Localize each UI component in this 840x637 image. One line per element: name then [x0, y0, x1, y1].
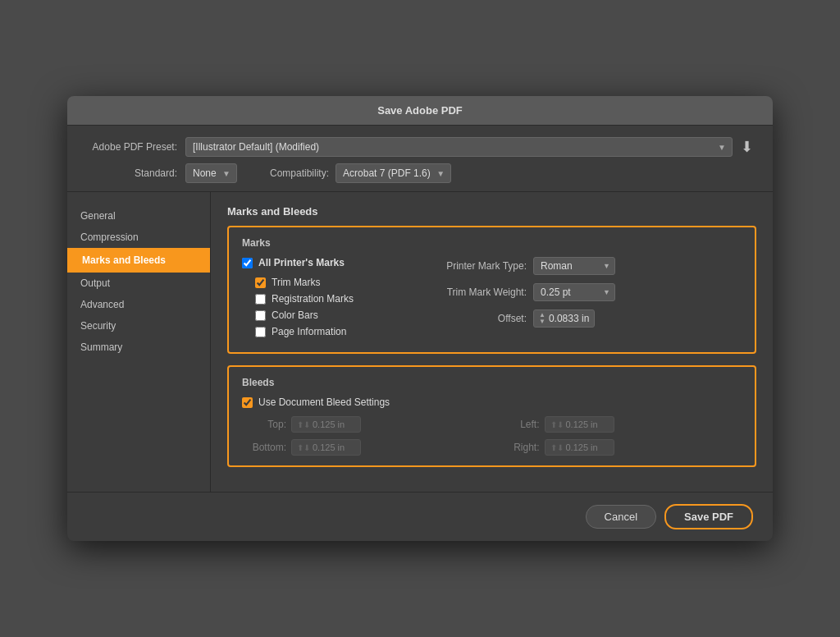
printer-mark-type-label: Printer Mark Type: — [422, 260, 533, 272]
standard-group: Standard: None ▼ — [87, 163, 237, 183]
top-section: Adobe PDF Preset: [Illustrator Default] … — [67, 126, 773, 192]
standard-label: Standard: — [87, 167, 185, 179]
bottom-bar: Cancel Save PDF — [67, 492, 773, 541]
marks-section: Marks All Printer's Marks Trim Marks — [227, 226, 756, 354]
main-body: General Compression Marks and Bleeds Out… — [67, 192, 773, 492]
sidebar-item-general[interactable]: General — [67, 205, 210, 227]
registration-marks-row: Registration Marks — [242, 293, 406, 305]
right-bleed-input[interactable]: ⬆⬇ 0.125 in — [545, 439, 614, 456]
trim-mark-weight-row: Trim Mark Weight: 0.25 pt ▼ — [422, 283, 742, 301]
registration-marks-label: Registration Marks — [272, 293, 354, 305]
left-bleed-row: Left: ⬆⬇ 0.125 in — [495, 416, 742, 433]
printer-mark-type-select[interactable]: Roman — [533, 257, 615, 275]
preset-select-wrapper: [Illustrator Default] (Modified) ▼ — [185, 137, 733, 157]
content-area: Marks and Bleeds Marks All Printer's Mar… — [211, 192, 773, 492]
compatibility-label: Compatibility: — [270, 167, 336, 179]
trim-mark-weight-select[interactable]: 0.25 pt — [533, 283, 615, 301]
use-document-bleed-row: Use Document Bleed Settings — [242, 396, 742, 408]
top-bleed-row: Top: ⬆⬇ 0.125 in — [242, 416, 489, 433]
trim-marks-row: Trim Marks — [242, 277, 406, 288]
trim-marks-checkbox[interactable] — [255, 277, 266, 288]
trim-mark-weight-label: Trim Mark Weight: — [422, 286, 533, 298]
dialog-title: Save Adobe PDF — [67, 96, 773, 126]
marks-right: Printer Mark Type: Roman ▼ Trim Mark Wei… — [422, 257, 742, 342]
standard-select[interactable]: None — [185, 163, 237, 183]
offset-label: Offset: — [422, 313, 533, 324]
cancel-button[interactable]: Cancel — [586, 505, 656, 529]
top-bleed-input[interactable]: ⬆⬇ 0.125 in — [291, 416, 361, 433]
bottom-bleed-input[interactable]: ⬆⬇ 0.125 in — [291, 439, 361, 456]
bleed-fields: Top: ⬆⬇ 0.125 in Left: ⬆⬇ 0.125 in — [242, 416, 742, 456]
sidebar-item-advanced[interactable]: Advanced — [67, 294, 210, 315]
sidebar-item-output[interactable]: Output — [67, 273, 210, 294]
page-information-row: Page Information — [242, 326, 406, 337]
trim-mark-weight-select-wrapper: 0.25 pt ▼ — [533, 283, 615, 301]
offset-input-wrapper: ▲ ▼ 0.0833 in — [533, 309, 595, 328]
printer-mark-type-row: Printer Mark Type: Roman ▼ — [422, 257, 742, 275]
sidebar-item-summary[interactable]: Summary — [67, 337, 210, 358]
offset-spinner-arrows[interactable]: ▲ ▼ — [539, 312, 546, 325]
page-information-label: Page Information — [272, 326, 346, 337]
right-bleed-label: Right: — [495, 442, 545, 453]
sidebar-item-compression[interactable]: Compression — [67, 227, 210, 248]
left-bleed-input[interactable]: ⬆⬇ 0.125 in — [545, 416, 614, 433]
save-pdf-button[interactable]: Save PDF — [664, 504, 753, 529]
top-bleed-label: Top: — [242, 419, 291, 430]
marks-header: Marks — [242, 237, 742, 249]
use-document-bleed-label: Use Document Bleed Settings — [258, 396, 390, 408]
all-printer-marks-checkbox[interactable] — [242, 258, 253, 268]
offset-value[interactable]: 0.0833 in — [549, 313, 589, 324]
use-document-bleed-checkbox[interactable] — [242, 397, 253, 408]
all-printer-marks-row: All Printer's Marks — [242, 257, 406, 268]
left-bleed-label: Left: — [495, 419, 545, 430]
compatibility-group: Compatibility: Acrobat 7 (PDF 1.6) ▼ — [270, 163, 451, 183]
color-bars-label: Color Bars — [272, 309, 318, 321]
color-bars-checkbox[interactable] — [255, 310, 266, 321]
page-information-checkbox[interactable] — [255, 327, 266, 337]
preset-label: Adobe PDF Preset: — [87, 141, 185, 153]
right-bleed-row: Right: ⬆⬇ 0.125 in — [495, 439, 742, 456]
compatibility-select[interactable]: Acrobat 7 (PDF 1.6) — [336, 163, 451, 183]
save-pdf-dialog: Save Adobe PDF Adobe PDF Preset: [Illust… — [67, 96, 773, 541]
sidebar-item-security[interactable]: Security — [67, 315, 210, 337]
marks-left: All Printer's Marks Trim Marks Registrat… — [242, 257, 406, 342]
sidebar: General Compression Marks and Bleeds Out… — [67, 192, 211, 492]
registration-marks-checkbox[interactable] — [255, 294, 266, 305]
all-printer-marks-label: All Printer's Marks — [258, 257, 345, 268]
offset-row: Offset: ▲ ▼ 0.0833 in — [422, 309, 742, 328]
compatibility-select-wrapper: Acrobat 7 (PDF 1.6) ▼ — [336, 163, 451, 183]
standard-select-wrapper: None ▼ — [185, 163, 237, 183]
save-preset-icon[interactable]: ⬇ — [741, 138, 753, 156]
sidebar-item-marks-and-bleeds[interactable]: Marks and Bleeds — [67, 248, 210, 273]
bleeds-section: Bleeds Use Document Bleed Settings Top: … — [227, 365, 756, 467]
bottom-bleed-row: Bottom: ⬆⬇ 0.125 in — [242, 439, 489, 456]
bleeds-header: Bleeds — [242, 377, 742, 388]
marks-layout: All Printer's Marks Trim Marks Registrat… — [242, 257, 742, 342]
color-bars-row: Color Bars — [242, 309, 406, 321]
section-title: Marks and Bleeds — [227, 205, 756, 218]
preset-select[interactable]: [Illustrator Default] (Modified) — [185, 137, 733, 157]
trim-marks-label: Trim Marks — [272, 277, 321, 288]
bottom-bleed-label: Bottom: — [242, 442, 291, 453]
printer-mark-type-select-wrapper: Roman ▼ — [533, 257, 615, 275]
